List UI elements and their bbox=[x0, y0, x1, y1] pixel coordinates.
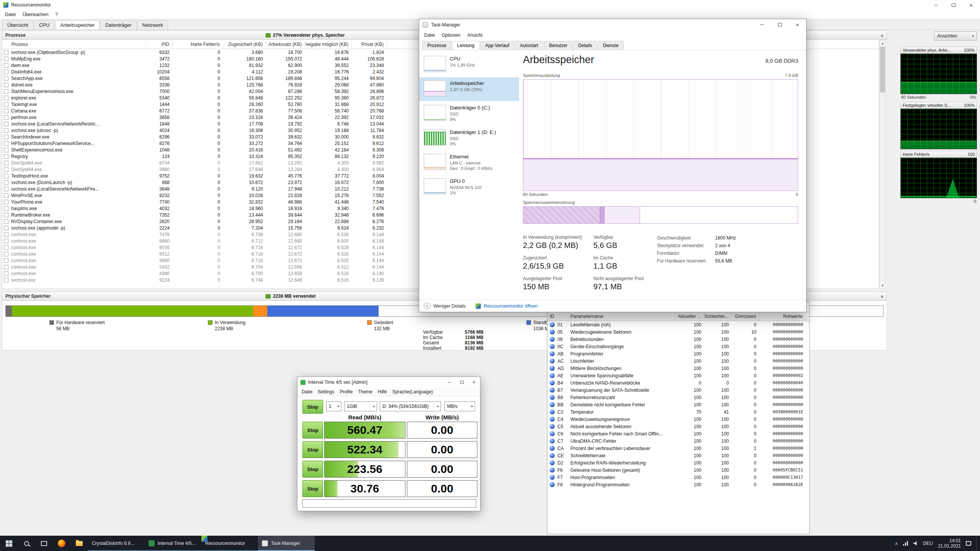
close-button[interactable]: × bbox=[962, 0, 980, 10]
row-checkbox[interactable] bbox=[4, 96, 8, 100]
resmon-tab-cpu[interactable]: CPU bbox=[34, 20, 54, 29]
taskbar-button-task-manager[interactable]: Task-Manager bbox=[258, 536, 315, 551]
smart-row[interactable]: F6Gelesene Host-Sektoren (gesamt)1001000… bbox=[547, 466, 809, 474]
collapse-chevron-icon[interactable]: ∧ bbox=[880, 33, 884, 37]
column-header-zugesichert-kb[interactable]: Zugesichert (KB) bbox=[223, 40, 266, 49]
scroll-down-arrow[interactable]: ▼ bbox=[880, 282, 885, 289]
taskman-tab-prozesse[interactable]: Prozesse bbox=[422, 41, 451, 50]
taskman-menu-datei[interactable]: Datei bbox=[421, 31, 438, 39]
row-checkbox[interactable] bbox=[4, 252, 8, 256]
taskbar-button-ressourcenmonitor[interactable]: Ressourcenmonitor bbox=[201, 536, 258, 551]
drive-select[interactable]: D: 34% (534/1561GiB)▾ bbox=[380, 401, 441, 411]
less-details-button[interactable]: ∧ Weniger Details bbox=[424, 303, 466, 309]
stop-button[interactable]: Stop bbox=[302, 441, 323, 458]
volume-icon[interactable] bbox=[913, 541, 918, 546]
smart-row[interactable]: 05Wiederzugewiesene Sektoren100100100000… bbox=[547, 328, 809, 336]
smart-row[interactable]: ACLöschfehler1001000000000000000 bbox=[547, 357, 809, 365]
smart-row[interactable]: 09Betriebsstunden1001000000000000000 bbox=[547, 336, 809, 343]
show-desktop-button[interactable] bbox=[976, 536, 978, 551]
row-checkbox[interactable] bbox=[4, 271, 8, 276]
row-checkbox[interactable] bbox=[4, 122, 8, 126]
row-checkbox[interactable] bbox=[4, 258, 8, 263]
column-header-arbeitssatz-kb[interactable]: Arbeitssatz (KB) bbox=[266, 40, 305, 49]
taskman-menu-optionen[interactable]: Optionen bbox=[438, 31, 464, 39]
bench-menu-datei[interactable]: Datei bbox=[299, 388, 315, 395]
explorer-button[interactable] bbox=[70, 536, 88, 551]
row-checkbox[interactable] bbox=[4, 76, 8, 81]
ansichten-button[interactable]: Ansichten ▾ bbox=[934, 31, 977, 41]
minimize-button[interactable] bbox=[753, 19, 771, 30]
maximize-button[interactable] bbox=[771, 19, 789, 30]
column-header-privat-kb[interactable]: Privat (KB) bbox=[352, 40, 387, 49]
smart-column-grenzwert[interactable]: Grenzwert bbox=[732, 312, 760, 321]
smart-row[interactable]: ABProgrammfehler1001000000000000000 bbox=[547, 350, 809, 357]
row-checkbox[interactable] bbox=[4, 115, 8, 120]
smart-column-schlechte[interactable]: Schlechte... bbox=[704, 312, 732, 321]
taskman-tab-dienste[interactable]: Dienste bbox=[598, 41, 624, 50]
smart-column-parametername[interactable]: Parametername bbox=[569, 312, 675, 321]
smart-row[interactable]: B4Unbenutzte NAND-Reserveblöcke000000000… bbox=[547, 379, 809, 386]
taskman-menu-ansicht[interactable]: Ansicht bbox=[464, 31, 486, 39]
column-header-prozess[interactable]: Prozess bbox=[2, 40, 146, 49]
smart-row[interactable]: ADMittlere Blocklöschungen10010000000000… bbox=[547, 365, 809, 372]
smart-row[interactable]: D2Erfolgreiche RAIN-Wiederherstellung100… bbox=[547, 459, 809, 466]
test-size-select[interactable]: 1GiB▾ bbox=[344, 401, 377, 411]
perf-item-ethernet[interactable]: EthernetLAN C - InternetGes.: 0 Empf.: 0… bbox=[419, 151, 519, 174]
close-button[interactable]: × bbox=[468, 377, 480, 388]
smart-row[interactable]: F8Hintergrund-Programmseiten100100000000… bbox=[547, 481, 809, 488]
unit-select[interactable]: MB/s▾ bbox=[444, 401, 475, 411]
scrollbar-thumb[interactable] bbox=[880, 47, 885, 93]
row-checkbox[interactable] bbox=[4, 213, 8, 217]
row-checkbox[interactable] bbox=[4, 109, 8, 113]
column-header-freigabe-moglich-kb[interactable]: Freigabe möglich (KB) bbox=[305, 40, 352, 49]
row-checkbox[interactable] bbox=[4, 135, 8, 139]
resmon-tab-ubersicht[interactable]: Übersicht bbox=[2, 20, 33, 29]
row-checkbox[interactable] bbox=[4, 278, 8, 282]
row-checkbox[interactable] bbox=[4, 245, 8, 250]
smart-row[interactable]: B7Verlangsamung der SATA-Schnittstelle10… bbox=[547, 386, 809, 394]
column-header-harte-fehler-s[interactable]: Harte Fehler/s bbox=[173, 40, 223, 49]
process-table-scrollbar[interactable]: ▲ ▼ bbox=[879, 40, 886, 289]
perf-item-arbeitsspeicher[interactable]: Arbeitsspeicher2,3/7,9 GB (29%) bbox=[419, 77, 519, 101]
language-indicator[interactable]: DEU bbox=[923, 541, 933, 546]
row-checkbox[interactable] bbox=[4, 232, 8, 237]
smart-row[interactable]: C4Wiederzuweisungsereignisse100100000000… bbox=[547, 416, 809, 423]
column-header-pid[interactable]: PID bbox=[146, 40, 173, 49]
smart-row[interactable]: AEUnerwartete Spannungsabfälle1001000000… bbox=[547, 372, 809, 379]
row-checkbox[interactable] bbox=[4, 50, 8, 55]
row-checkbox[interactable] bbox=[4, 239, 8, 243]
row-checkbox[interactable] bbox=[4, 154, 8, 159]
minimize-button[interactable] bbox=[927, 0, 945, 10]
smart-row[interactable]: C2Temperatur7041000380000001E bbox=[547, 408, 809, 416]
row-checkbox[interactable] bbox=[4, 180, 8, 185]
row-checkbox[interactable] bbox=[4, 219, 8, 224]
open-resmon-link[interactable]: Ressourcenmonitor öffnen bbox=[475, 303, 537, 309]
row-checkbox[interactable] bbox=[4, 141, 8, 146]
taskman-tab-benutzer[interactable]: Benutzer bbox=[544, 41, 572, 50]
row-checkbox[interactable] bbox=[4, 161, 8, 165]
resmon-menu-uberwachen[interactable]: Überwachen bbox=[19, 11, 52, 18]
bench-menu-hilfe[interactable]: Hilfe bbox=[375, 388, 390, 395]
network-icon[interactable] bbox=[903, 541, 908, 546]
collapse-chevron-icon[interactable]: ∧ bbox=[880, 294, 884, 298]
taskbar-button-interval-time-4-5-se[interactable]: Interval Time 4/5 se... bbox=[145, 536, 201, 551]
smart-row[interactable]: CAProzent der verbrauchten Lebensdauer10… bbox=[547, 445, 809, 452]
taskman-tab-autostart[interactable]: Autostart bbox=[515, 41, 543, 50]
resmon-menu-datei[interactable]: Datei bbox=[2, 11, 19, 18]
row-checkbox[interactable] bbox=[4, 63, 8, 68]
stop-button[interactable]: Stop bbox=[302, 480, 323, 497]
maximize-button[interactable] bbox=[456, 377, 468, 388]
taskbar-clock[interactable]: 14:01 21.01.2021 bbox=[938, 538, 961, 549]
smart-column-aktueller[interactable]: Aktueller ... bbox=[675, 312, 704, 321]
row-checkbox[interactable] bbox=[4, 57, 8, 61]
loop-count-select[interactable]: 1▾ bbox=[326, 401, 341, 411]
smart-row[interactable]: C7UltraDMA-CRC-Fehler1001000000000000000 bbox=[547, 437, 809, 445]
bench-output-field[interactable] bbox=[302, 499, 476, 508]
row-checkbox[interactable] bbox=[4, 174, 8, 178]
row-checkbox[interactable] bbox=[4, 89, 8, 94]
perf-item-cpu[interactable]: CPU1% 1,89 GHz bbox=[419, 53, 519, 77]
row-checkbox[interactable] bbox=[4, 167, 8, 172]
smart-row[interactable]: BBGemeldete nicht korrigierbare Fehler10… bbox=[547, 401, 809, 408]
resmon-menu-item[interactable]: ? bbox=[52, 11, 61, 18]
row-checkbox[interactable] bbox=[4, 70, 8, 74]
